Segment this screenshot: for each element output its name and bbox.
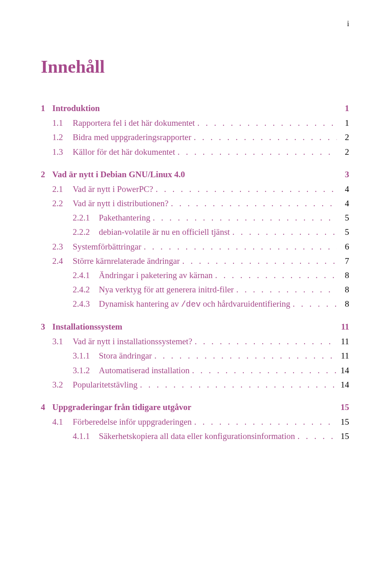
toc-entry-page: 1 [339,116,349,130]
toc-entry-label: Källor för det här dokumentet [73,145,175,159]
toc-entry[interactable]: 1Introduktion1 [41,102,349,115]
toc-entry-number: 2.2.2 [73,225,99,239]
toc-leader-dots: . . . . . . . . . . . . . . . . . . . . … [178,145,337,159]
toc-title: Innehåll [41,56,349,77]
toc-entry-page: 5 [339,211,349,225]
toc-entry-page: 8 [339,269,349,282]
toc-entry[interactable]: 4.1Förberedelse inför uppgraderingen. . … [41,415,349,429]
toc-entry[interactable]: 2.2.2debian-volatile är nu en officiell … [41,225,349,239]
toc-leader-dots: . . . . . . . . . . . . . . . . . . . . … [140,378,337,392]
toc-entry-number: 3.2 [52,378,73,392]
toc-entry-label: Installationssystem [52,320,122,334]
document-page: i Innehåll 1Introduktion11.1Rapportera f… [0,0,392,577]
toc-entry-page: 8 [339,297,349,311]
toc-entry-number: 1.1 [52,116,73,130]
toc-entry[interactable]: 3.2Popularitetstävling. . . . . . . . . … [41,378,349,392]
toc-entry-label: Ändringar i paketering av kärnan [99,269,213,282]
toc-entry-page: 11 [339,349,349,363]
toc-entry[interactable]: 1.3Källor för det här dokumentet. . . . … [41,145,349,159]
toc-entry[interactable]: 2.1Vad är nytt i PowerPC?. . . . . . . .… [41,183,349,196]
toc-entry-label: Vad är nytt i installationssystemet? [73,335,192,348]
toc-entry-number: 2.2.1 [73,211,99,225]
toc-entry-label: Vad är nytt i PowerPC? [73,183,153,196]
toc-entry-page: 11 [339,320,349,334]
toc-entry-label: Nya verktyg för att generera initrd-file… [99,283,234,296]
toc-entry-number: 2.3 [52,240,73,254]
toc-entry-page: 4 [339,183,349,196]
toc-entry-number: 4.1 [52,415,73,429]
toc-entry-label: Förberedelse inför uppgraderingen [73,415,192,429]
toc-entry[interactable]: 2.4.3Dynamisk hantering av /dev och hård… [41,297,349,311]
toc-entry-number: 3.1 [52,335,73,348]
toc-entry[interactable]: 2Vad är nytt i Debian GNU/Linux 4.03 [41,168,349,181]
toc-entry[interactable]: 1.2Bidra med uppgraderingsrapporter. . .… [41,131,349,144]
toc-entry-page: 8 [339,283,349,296]
toc-entry-label: Popularitetstävling [73,378,138,392]
toc-entry[interactable]: 2.3Systemförbättringar. . . . . . . . . … [41,240,349,254]
toc-entry-number: 1 [41,102,52,115]
toc-entry-number: 3.1.2 [73,364,99,377]
toc-entry[interactable]: 2.2Vad är nytt i distributionen?. . . . … [41,197,349,210]
toc-leader-dots: . . . . . . . . . . . . . . . . . . . . … [195,335,337,348]
toc-leader-dots: . . . . . . . . . . . . . . . . . . . . … [232,225,337,239]
toc-entry[interactable]: 4Uppgraderingar från tidigare utgåvor15 [41,401,349,414]
toc-entry-label: Säkerhetskopiera all data eller konfigur… [99,430,295,443]
toc-entry-label: Uppgraderingar från tidigare utgåvor [52,401,191,414]
toc-entry-page: 7 [339,254,349,268]
toc-entry-page: 11 [339,335,349,348]
toc-leader-dots: . . . . . . . . . . . . . . . . . . . . … [153,211,337,225]
page-number-top: i [347,20,349,28]
toc-entry-page: 14 [339,378,349,392]
toc-entry-number: 4.1.1 [73,430,99,443]
toc-leader-dots: . . . . . . . . . . . . . . . . . . . . … [293,297,337,311]
toc-leader-dots: . . . . . . . . . . . . . . . . . . . . … [298,430,337,443]
toc-entry-label: Vad är nytt i distributionen? [73,197,168,210]
toc-entry[interactable]: 2.2.1Pakethantering. . . . . . . . . . .… [41,211,349,225]
toc-entry-number: 3.1.1 [73,349,99,363]
toc-leader-dots: . . . . . . . . . . . . . . . . . . . . … [192,364,337,377]
toc-container: 1Introduktion11.1Rapportera fel i det hä… [41,102,349,443]
toc-entry-label: Rapportera fel i det här dokumentet [73,116,195,130]
toc-entry-label: Automatiserad installation [99,364,189,377]
toc-entry-page: 15 [339,430,349,443]
toc-entry-page: 15 [339,401,349,414]
toc-entry[interactable]: 2.4.2Nya verktyg för att generera initrd… [41,283,349,296]
toc-entry-number: 2.4.3 [73,297,99,311]
toc-entry-number: 2 [41,168,52,181]
toc-entry[interactable]: 3.1.1Stora ändringar. . . . . . . . . . … [41,349,349,363]
toc-entry-label: Pakethantering [99,211,150,225]
toc-entry[interactable]: 2.4Större kärnrelaterade ändringar. . . … [41,254,349,268]
toc-entry-label: Bidra med uppgraderingsrapporter [73,131,191,144]
toc-entry[interactable]: 2.4.1Ändringar i paketering av kärnan. .… [41,269,349,282]
toc-entry-number: 2.4.1 [73,269,99,282]
toc-entry-label: Dynamisk hantering av /dev och hårdvarui… [99,297,290,311]
toc-entry[interactable]: 3.1Vad är nytt i installationssystemet?.… [41,335,349,348]
toc-entry-page: 2 [339,145,349,159]
toc-entry[interactable]: 3.1.2Automatiserad installation. . . . .… [41,364,349,377]
toc-leader-dots: . . . . . . . . . . . . . . . . . . . . … [215,269,337,282]
toc-entry[interactable]: 3Installationssystem11 [41,320,349,334]
toc-entry-label: Systemförbättringar [73,240,141,254]
toc-entry-number: 4 [41,401,52,414]
toc-entry-label: Vad är nytt i Debian GNU/Linux 4.0 [52,168,185,181]
toc-entry-page: 14 [339,364,349,377]
toc-entry-number: 1.3 [52,145,73,159]
toc-leader-dots: . . . . . . . . . . . . . . . . . . . . … [194,131,337,144]
toc-leader-dots: . . . . . . . . . . . . . . . . . . . . … [144,240,337,254]
toc-entry-page: 6 [339,240,349,254]
toc-entry-page: 3 [339,168,349,181]
toc-entry-label: debian-volatile är nu en officiell tjäns… [99,225,230,239]
toc-leader-dots: . . . . . . . . . . . . . . . . . . . . … [236,283,337,296]
toc-entry-number: 1.2 [52,131,73,144]
toc-leader-dots: . . . . . . . . . . . . . . . . . . . . … [197,116,337,130]
toc-entry-page: 15 [339,415,349,429]
toc-entry[interactable]: 1.1Rapportera fel i det här dokumentet. … [41,116,349,130]
toc-entry-number: 2.4.2 [73,283,99,296]
toc-entry-label: Större kärnrelaterade ändringar [73,254,180,268]
toc-leader-dots: . . . . . . . . . . . . . . . . . . . . … [154,349,337,363]
toc-entry[interactable]: 4.1.1Säkerhetskopiera all data eller kon… [41,430,349,443]
toc-entry-page: 2 [339,131,349,144]
toc-entry-page: 5 [339,225,349,239]
toc-leader-dots: . . . . . . . . . . . . . . . . . . . . … [194,415,337,429]
toc-leader-dots: . . . . . . . . . . . . . . . . . . . . … [171,197,337,210]
